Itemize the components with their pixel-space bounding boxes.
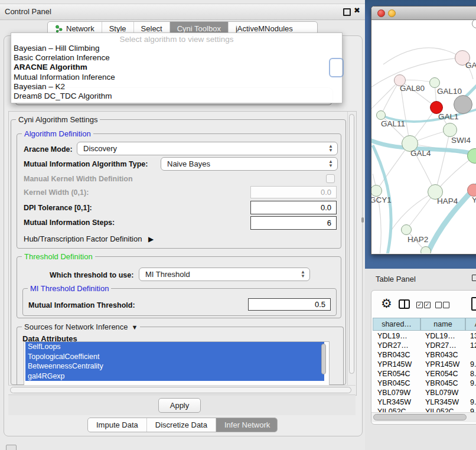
node-label: HAP4 <box>437 197 458 206</box>
network-view-window[interactable]: GALGAL80GAL10GAL1GAL11SWI4GAL4GCY1HAP4YH… <box>371 6 476 255</box>
table-cell[interactable]: YLR345W <box>425 398 465 407</box>
zoom-window-icon[interactable] <box>399 9 406 17</box>
table-cell[interactable]: YER054C <box>425 370 465 379</box>
table-cell[interactable]: YDL19… <box>425 332 465 341</box>
column-header[interactable]: shared… <box>373 318 420 331</box>
table-hscrollbar[interactable] <box>371 412 476 422</box>
tab-impute-data[interactable]: Impute Data <box>88 418 147 432</box>
table-cell[interactable]: YBR043C <box>425 351 465 360</box>
tab-network-label: Network <box>66 24 94 33</box>
table-cell[interactable]: YBR043C <box>377 351 420 360</box>
table-cell[interactable]: YBL079W <box>377 389 420 398</box>
table-cell[interactable]: YPR145W <box>425 360 465 370</box>
sources-group-title-wrap[interactable]: Sources for Network Inference ▼ <box>22 322 140 331</box>
checked-checkbox-icon[interactable]: ✓ <box>424 302 431 308</box>
tab-discretize-data[interactable]: Discretize Data <box>147 418 216 432</box>
table-cell[interactable]: 9. <box>470 398 476 407</box>
table-hscrollbar-thumb[interactable] <box>373 414 467 420</box>
table-panel: Table Panel ⚙ ✓ ✓ shared…nameA YDL19…YDL… <box>365 269 476 450</box>
network-node-hap2[interactable] <box>401 224 412 235</box>
unchecked-checkbox-icon[interactable] <box>443 302 449 308</box>
algorithm-option[interactable]: Bayesian – K2 <box>14 82 340 92</box>
gear-icon[interactable]: ⚙ <box>381 297 392 309</box>
table-panel-title: Table Panel <box>376 275 416 283</box>
node-label: HAP2 <box>407 235 428 244</box>
table-cell[interactable]: YDR27… <box>377 341 420 351</box>
settings-hscrollbar-thumb[interactable] <box>10 387 351 393</box>
which-threshold-combo[interactable]: MI Threshold ▲▼ <box>139 268 310 281</box>
network-node[interactable] <box>454 95 472 114</box>
table-cell[interactable]: YPR145W <box>377 360 420 370</box>
algorithm-option[interactable]: ARACNE Algorithm <box>14 63 340 72</box>
table-cell[interactable]: 9. <box>470 360 476 370</box>
hub-section-toggle[interactable]: Hub/Transcription Factor Definition ▶ <box>24 234 154 243</box>
algorithm-option[interactable]: Dream8 DC_TDC Algorithm <box>14 92 340 101</box>
apply-button[interactable]: Apply <box>158 398 201 413</box>
columns-icon[interactable] <box>399 299 410 309</box>
mi-threshold-field[interactable]: 0.5 <box>248 298 331 311</box>
combo-arrows-icon: ▲▼ <box>301 270 305 278</box>
attribute-list-item[interactable]: BetweennessCentrality <box>25 361 324 371</box>
table-cell[interactable]: 12 <box>470 341 476 351</box>
attribute-list-item[interactable]: gal4RGexp <box>25 371 324 381</box>
network-node-gal11[interactable] <box>376 110 386 120</box>
table-cell[interactable]: YDR27… <box>425 341 465 351</box>
table-cell[interactable]: YLR345W <box>377 398 420 407</box>
table-cell[interactable]: YER054C <box>377 370 420 379</box>
settings-vscrollbar[interactable] <box>347 112 356 386</box>
algorithm-option[interactable]: Basic Correlation Inference <box>14 53 340 63</box>
table-cell[interactable] <box>470 351 476 360</box>
network-node[interactable] <box>420 246 431 253</box>
manual-kernel-checkbox[interactable] <box>326 174 335 183</box>
control-panel-title: Control Panel <box>5 7 51 16</box>
kernel-width-label: Kernel Width (0,1): <box>24 188 89 197</box>
algorithm-option[interactable]: Bayesian – Hill Climbing <box>14 44 340 53</box>
table-cell[interactable]: 8. <box>470 370 476 379</box>
table-cell[interactable]: YDL19… <box>377 332 420 341</box>
aracne-mode-combo[interactable]: Discovery ▲▼ <box>77 142 338 155</box>
unchecked-checkbox-icon[interactable] <box>435 302 442 308</box>
column-header[interactable]: name <box>420 318 465 331</box>
tab-infer-network[interactable]: Infer Network <box>216 418 278 432</box>
table-cell[interactable]: YBL079W <box>425 389 465 398</box>
mi-steps-field[interactable]: 6 <box>250 216 337 230</box>
node-label: GAL11 <box>381 119 405 128</box>
attribute-list-item[interactable]: SelfLoops <box>25 342 324 352</box>
collapsed-panel-button[interactable] <box>6 445 17 450</box>
float-panel-icon[interactable] <box>343 8 351 16</box>
table-cell[interactable]: YBR045C <box>425 379 465 389</box>
table-cell[interactable] <box>470 389 476 398</box>
attribute-list-item[interactable]: TopologicalCoefficient <box>25 352 324 362</box>
collapsed-arrow-icon: ▶ <box>148 235 154 243</box>
node-label: GAL10 <box>437 87 462 96</box>
kernel-width-field[interactable]: 0.0 <box>250 186 337 198</box>
close-panel-icon[interactable]: ✖ <box>354 6 360 15</box>
dpi-tolerance-field[interactable]: 0.0 <box>250 201 337 214</box>
algorithm-dropdown-popup: Select algorithm to view settings Bayesi… <box>11 32 343 103</box>
table-cell[interactable]: YBR045C <box>377 379 420 389</box>
mi-steps-label: Mutual Information Steps: <box>24 219 115 227</box>
mi-type-combo[interactable]: Naive Bayes ▲▼ <box>161 157 338 171</box>
settings-vscrollbar-thumb[interactable] <box>349 114 354 374</box>
network-node-y[interactable] <box>467 184 476 197</box>
close-window-icon[interactable] <box>377 9 385 17</box>
network-canvas[interactable]: GALGAL80GAL10GAL1GAL11SWI4GAL4GCY1HAP4YH… <box>371 20 476 253</box>
minimize-window-icon[interactable] <box>388 9 396 17</box>
table-panel-float-icon[interactable] <box>472 275 476 281</box>
expanded-arrow-icon: ▼ <box>132 324 138 331</box>
node-label: GAL1 <box>438 112 459 121</box>
network-node-gal1[interactable] <box>443 123 457 137</box>
import-table-icon[interactable] <box>471 297 476 311</box>
algorithm-option[interactable]: Mutual Information Inference <box>14 73 340 82</box>
algorithm-list: Bayesian – Hill ClimbingBasic Correlatio… <box>14 44 340 101</box>
table-cell[interactable]: 13 <box>470 332 476 341</box>
settings-hscrollbar[interactable] <box>8 385 356 395</box>
column-header[interactable]: A <box>465 318 476 331</box>
bottom-tab-bar: Impute Data Discretize Data Infer Networ… <box>87 418 278 432</box>
network-window-titlebar[interactable] <box>371 6 476 20</box>
table-cell[interactable]: 9. <box>470 379 476 389</box>
data-attributes-list[interactable]: SelfLoopsTopologicalCoefficientBetweenne… <box>24 341 330 386</box>
list-scrollbar-thumb[interactable] <box>321 344 326 374</box>
checked-checkbox-icon[interactable]: ✓ <box>416 302 423 308</box>
panel-divider-grip[interactable] <box>361 217 364 223</box>
